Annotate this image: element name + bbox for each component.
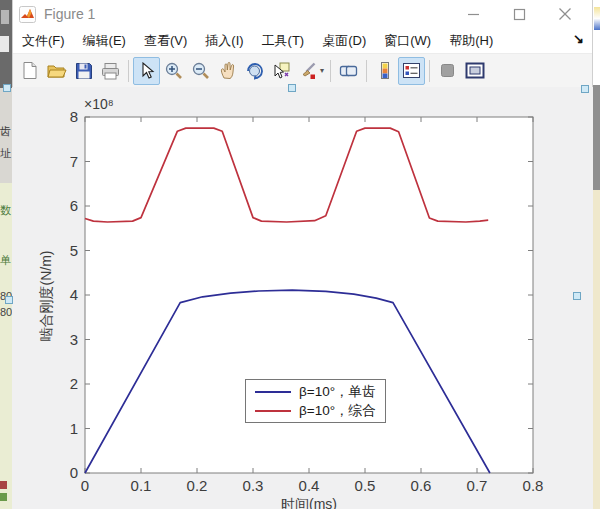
pan-hand-icon [219, 61, 237, 80]
print-figure-button[interactable] [97, 57, 124, 85]
background-mark-red [0, 481, 7, 489]
title-bar: Figure 1 [13, 0, 592, 28]
selection-handle[interactable] [3, 84, 11, 92]
selection-handle[interactable] [581, 85, 589, 93]
selection-handle[interactable] [573, 292, 581, 300]
window-title: Figure 1 [44, 6, 95, 22]
zoom-in-icon [164, 61, 183, 80]
plot-tools-window-icon [465, 62, 485, 79]
background-right-icon-sliver [594, 7, 600, 30]
toolbar-separator [429, 60, 430, 82]
toolbar-separator [128, 60, 129, 82]
menu-desktop[interactable]: 桌面(D) [313, 32, 375, 50]
x-axis-label: 时间(ms) [259, 496, 359, 509]
unknown-gray-tool-button[interactable] [434, 57, 461, 85]
legend-line-sample-red [255, 410, 291, 412]
printer-icon [101, 62, 120, 80]
cursor-arrow-icon [139, 62, 155, 80]
rotate-3d-button[interactable] [241, 57, 268, 85]
brush-icon [300, 62, 318, 80]
menu-bar: 文件(F) 编辑(E) 查看(V) 插入(I) 工具(T) 桌面(D) 窗口(W… [13, 28, 592, 54]
toolbar-separator [366, 60, 367, 82]
figure-canvas [12, 87, 593, 509]
save-figure-button[interactable] [70, 57, 97, 85]
background-right-strip-cream [593, 190, 600, 509]
background-mark-green [0, 493, 7, 501]
legend[interactable]: β=10°，单齿 β=10°，综合 [245, 379, 386, 423]
background-text-fragment: 单 [0, 255, 11, 266]
dock-arrow-icon[interactable]: ↘ [573, 31, 584, 46]
new-figure-button[interactable] [16, 57, 43, 85]
close-button[interactable] [542, 0, 588, 28]
close-icon [558, 7, 572, 21]
edit-plot-cursor-button[interactable] [133, 57, 160, 85]
y-axis-exponent: ×10⁸ [84, 96, 114, 112]
menu-window[interactable]: 窗口(W) [375, 32, 440, 50]
data-cursor-button[interactable] [268, 57, 295, 85]
background-text-fragment: 址 [0, 148, 11, 159]
background-text-fragment: 齿 [0, 126, 11, 137]
background-left-strip-mark2 [0, 36, 9, 52]
menu-file[interactable]: 文件(F) [13, 32, 74, 50]
insert-legend-button[interactable] [398, 57, 425, 85]
insert-colorbar-icon [377, 61, 393, 80]
insert-legend-icon [402, 62, 421, 79]
menu-view[interactable]: 查看(V) [135, 32, 196, 50]
legend-line-sample-blue [255, 391, 291, 393]
background-left-strip-mark1 [1, 10, 9, 24]
open-file-button[interactable] [43, 57, 70, 85]
pan-button[interactable] [214, 57, 241, 85]
zoom-out-button[interactable] [187, 57, 214, 85]
menu-tools[interactable]: 工具(T) [253, 32, 314, 50]
minimize-icon [467, 8, 480, 21]
zoom-out-icon [191, 61, 210, 80]
background-right-strip-gray [593, 85, 600, 190]
minimize-button[interactable] [450, 0, 496, 28]
brush-data-button[interactable] [295, 57, 322, 85]
show-plot-tools-button[interactable] [461, 57, 488, 85]
legend-entry: β=10°，综合 [246, 401, 385, 420]
y-axis-label: 啮合刚度(N/m) [38, 209, 54, 383]
menu-insert[interactable]: 插入(I) [196, 32, 252, 50]
selection-handle[interactable] [5, 296, 13, 304]
screenshot-root: { "window": { "title": "Figure 1", "wind… [0, 0, 600, 509]
legend-label: β=10°，单齿 [299, 383, 376, 401]
maximize-button[interactable] [496, 0, 542, 28]
background-left-strip-bottom [0, 183, 12, 509]
matlab-logo-icon [19, 6, 36, 23]
save-floppy-icon [75, 62, 93, 80]
new-document-icon [21, 61, 39, 80]
background-text-fragment: 数 [0, 205, 11, 216]
open-folder-icon [47, 62, 67, 80]
link-plot-icon [339, 62, 358, 80]
selection-handle[interactable] [288, 84, 296, 92]
toolbar: ▾ [13, 54, 592, 88]
maximize-icon [513, 8, 526, 21]
toolbar-separator [330, 60, 331, 82]
rotate-3d-icon [245, 61, 264, 80]
zoom-in-button[interactable] [160, 57, 187, 85]
legend-label: β=10°，综合 [299, 402, 376, 420]
gray-square-icon [440, 63, 455, 78]
link-plot-button[interactable] [335, 57, 362, 85]
insert-colorbar-button[interactable] [371, 57, 398, 85]
menu-help[interactable]: 帮助(H) [440, 32, 502, 50]
brush-dropdown-icon[interactable]: ▾ [320, 66, 324, 75]
legend-entry: β=10°，单齿 [246, 382, 385, 401]
data-cursor-icon [272, 61, 291, 80]
menu-edit[interactable]: 编辑(E) [74, 32, 135, 50]
background-text-fragment: 80 [0, 307, 12, 318]
